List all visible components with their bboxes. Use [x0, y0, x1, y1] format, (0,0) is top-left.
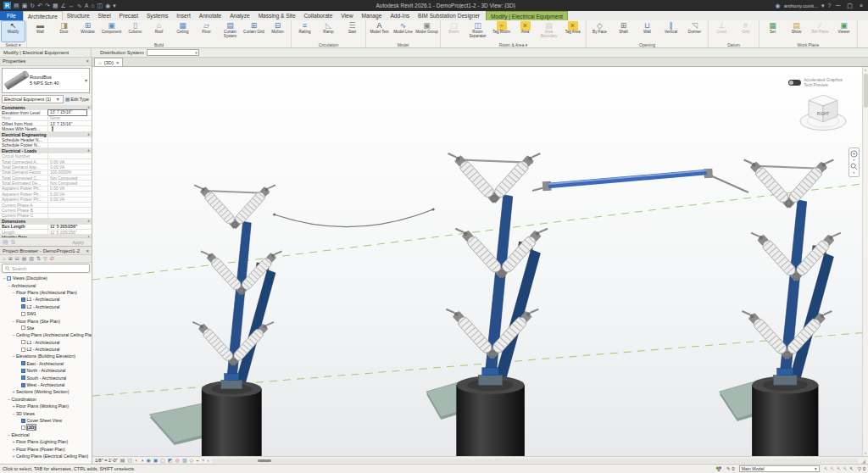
tree-item-floor-plans-power-plan[interactable]: +Floor Plans (Power Plan) — [0, 445, 92, 452]
detail-level-icon[interactable]: ▤ — [120, 458, 125, 463]
revit-logo-icon[interactable]: R — [3, 2, 11, 9]
viewer-button[interactable]: ▣Viewer — [832, 21, 855, 42]
curtain-grid-button[interactable]: ⊞Curtain Grid — [242, 21, 265, 42]
tab-architecture[interactable]: Architecture — [23, 11, 63, 20]
tree-item-floor-plans-lighting-plan[interactable]: +Floor Plans (Lighting Plan) — [0, 438, 92, 445]
tab-file[interactable]: File — [0, 11, 23, 20]
browser-search-input[interactable]: Search — [2, 264, 90, 273]
component-button[interactable]: ▣Component — [100, 21, 123, 42]
restore-button[interactable]: ▢ — [845, 3, 854, 9]
tree-item-west-architectural[interactable]: West - Architectural — [0, 381, 92, 388]
tab-modify-electrical-equipment[interactable]: Modify | Electrical Equipment — [486, 11, 568, 20]
tree-item-3d-views[interactable]: −3D Views — [0, 409, 92, 416]
type-selector[interactable]: RoundBus 5 NPS Sch 40 ▾ — [2, 68, 90, 93]
tab-insert[interactable]: Insert — [172, 11, 195, 20]
tab-massing-site[interactable]: Massing & Site — [254, 11, 300, 20]
type-selector-dropdown-icon[interactable]: ▾ — [83, 77, 89, 83]
tab-view[interactable]: View — [337, 11, 357, 20]
tree-item-south-architectural[interactable]: South - Architectural — [0, 374, 92, 381]
select-pinned-icon[interactable]: ↖ — [837, 466, 841, 471]
minimize-button[interactable]: ─ — [834, 3, 842, 8]
scrollbar-thumb[interactable] — [864, 74, 868, 108]
property-value[interactable]: 13' 7 15/16" — [48, 110, 86, 115]
tree-item-3d[interactable]: {3D} — [0, 424, 92, 431]
properties-close-icon[interactable]: × — [86, 58, 89, 64]
sheet-list-icon[interactable]: ▥ — [29, 256, 34, 261]
wheel-menu-chevron-icon[interactable]: ▾ — [853, 159, 854, 162]
ceiling-button[interactable]: ▦Ceiling — [171, 21, 194, 42]
scale-control[interactable]: 1/8" = 1'-0" — [95, 458, 118, 463]
tree-item-elevations-building-elevation[interactable]: −Elevations (Building Elevation) — [0, 353, 92, 359]
select-by-face-icon[interactable]: ↖ — [843, 466, 847, 471]
tab-add-ins[interactable]: Add-Ins — [386, 11, 414, 20]
hide-elements-icon[interactable]: ◩ — [168, 458, 173, 463]
canvas-vertical-scrollbar[interactable]: ∧ ∨ — [862, 67, 868, 456]
save-icon[interactable]: ▣ — [22, 3, 28, 8]
roof-button[interactable]: ⌂Roof — [147, 21, 170, 42]
drag-on-selection-icon[interactable]: ↖ — [849, 466, 854, 471]
sort-icon[interactable]: ⇅ — [36, 256, 41, 261]
customize-icon[interactable]: ▾ — [113, 3, 116, 8]
zoom-icon[interactable] — [850, 163, 858, 170]
tag-area-button[interactable]: ×Tag Area — [561, 21, 584, 42]
project-browser-close-icon[interactable]: × — [86, 248, 89, 253]
area-button[interactable]: ×Area — [514, 21, 537, 42]
tree-item-coordination[interactable]: −Coordination — [0, 396, 92, 403]
rendering-dialog-icon[interactable]: ◉ — [146, 458, 150, 463]
tree-item-cover-sheet-view[interactable]: Cover Sheet View — [0, 417, 92, 424]
collapse-icon[interactable]: ‹ — [207, 458, 209, 463]
tree-item-sections-working-section[interactable]: +Sections (Working Section) — [0, 388, 92, 395]
tab-systems[interactable]: Systems — [142, 11, 172, 20]
floor-button[interactable]: ▱Floor — [195, 21, 218, 42]
mullion-button[interactable]: ⊟Mullion — [266, 21, 289, 42]
unlink-icon[interactable]: ∅ — [50, 256, 54, 261]
crop-view-icon[interactable]: ▣ — [153, 458, 159, 463]
model-text-button[interactable]: AModel Text — [368, 21, 391, 42]
tree-item-views-discipline[interactable]: −Views (Discipline) — [0, 275, 92, 281]
curtain-system-button[interactable]: ▤Curtain System — [219, 21, 242, 42]
show-button[interactable]: ▤Show — [785, 21, 808, 42]
scroll-down-icon[interactable]: ∨ — [865, 451, 867, 455]
wall-button[interactable]: ▬Wall — [29, 21, 52, 42]
tab-collaborate[interactable]: Collaborate — [300, 11, 337, 20]
tree-item-l1-architectural[interactable]: L1 - Architectural — [0, 339, 92, 346]
accelerated-graphics-toggle[interactable] — [788, 80, 801, 86]
scroll-up-icon[interactable]: ∧ — [865, 68, 867, 72]
model-viewport[interactable]: Accelerated Graphics Tech Preview RIGHT — [92, 67, 868, 456]
by-face-button[interactable]: ◇By Face — [588, 21, 611, 42]
tree-item-l1-architectural[interactable]: L1 - Architectural — [0, 296, 92, 303]
analysis-icon[interactable]: ◇ — [190, 458, 194, 463]
room-separator-button[interactable]: ◫Room Separator — [466, 21, 489, 42]
home-icon[interactable]: ⌂ — [3, 256, 6, 261]
stair-button[interactable]: ☰Stair — [341, 21, 364, 42]
aligned-dimension-icon[interactable]: ↔ — [69, 3, 75, 8]
crop-region-icon[interactable]: ▢ — [160, 458, 165, 463]
tree-item-l2-architectural[interactable]: L2 - Architectural — [0, 346, 92, 353]
default-3d-view-icon[interactable]: ⌂ — [91, 3, 94, 8]
tree-item-ceiling-plans-electrical-ceiling-plan[interactable]: +Ceiling Plans (Electrical Ceiling Plan) — [0, 453, 92, 459]
viewcube[interactable]: RIGHT — [797, 89, 849, 138]
tree-item-sw1[interactable]: SW1 — [0, 310, 92, 317]
tab-annotate[interactable]: Annotate — [195, 11, 225, 20]
edit-type-button[interactable]: ▦ Edit Type — [65, 95, 90, 103]
tab-manage[interactable]: Manage — [358, 11, 387, 20]
zoom-menu-chevron-icon[interactable]: ▾ — [853, 171, 854, 175]
property-checkbox[interactable] — [52, 126, 53, 131]
help-icon[interactable]: ? — [827, 3, 831, 8]
view-list-icon[interactable]: ▤ — [22, 256, 27, 261]
tree-item-floor-plans-architectural-plan[interactable]: −Floor Plans (Architectural Plan) — [0, 289, 92, 296]
signed-in-user[interactable]: anthony.conti... — [784, 3, 818, 8]
model-line-icon[interactable]: ∿ — [77, 3, 82, 8]
shadows-icon[interactable]: ◑ — [141, 458, 144, 463]
column-button[interactable]: ▯Column — [124, 21, 147, 42]
undo-icon[interactable]: ↶ — [37, 3, 42, 8]
window-button[interactable]: ⊞Window — [76, 21, 99, 42]
visual-style-icon[interactable]: ◫ — [128, 458, 133, 463]
worksharing-status[interactable] — [715, 465, 722, 472]
sort-ascending-icon[interactable]: ⇅ — [11, 239, 16, 245]
tree-item-electrical[interactable]: −Electrical — [0, 431, 92, 438]
shaft-button[interactable]: ⊞Shaft — [612, 21, 635, 42]
group-sort-icon[interactable]: ▤ — [3, 239, 8, 245]
door-button[interactable]: ◨Door — [53, 21, 75, 42]
vertical-button[interactable]: ∥Vertical — [659, 21, 682, 42]
